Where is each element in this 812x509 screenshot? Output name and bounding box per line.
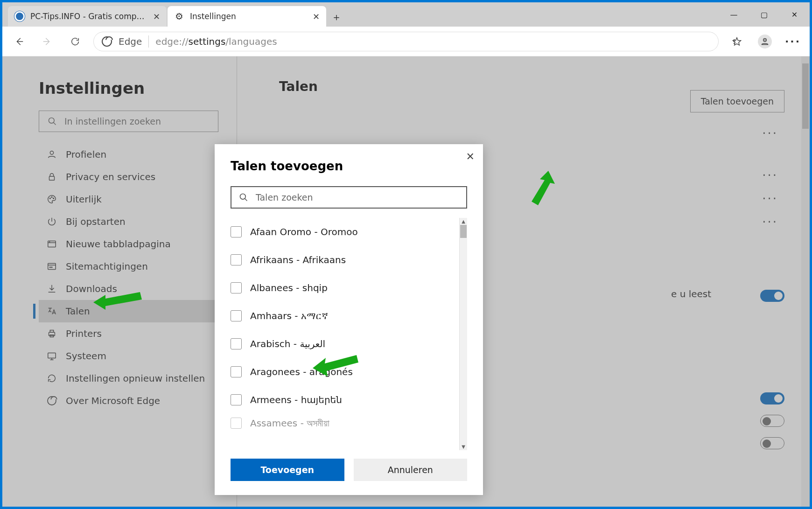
close-window-button[interactable]: ✕ [779, 2, 810, 27]
language-search-input[interactable]: Talen zoeken [231, 186, 467, 209]
scroll-thumb[interactable] [460, 225, 467, 238]
minimize-button[interactable]: — [719, 2, 749, 27]
tab-settings[interactable]: ⚙ Instellingen ✕ [168, 6, 326, 27]
add-languages-dialog: ✕ Talen toevoegen Talen zoeken ▲ ▼ Afaan… [215, 144, 483, 495]
checkbox[interactable] [231, 418, 242, 429]
tab-pctips[interactable]: PC-Tips.INFO - Gratis computer t ✕ [8, 6, 167, 27]
add-button[interactable]: Toevoegen [231, 459, 344, 481]
edge-logo-icon [102, 36, 112, 47]
language-option[interactable]: Afaan Oromo - Oromoo [231, 218, 467, 246]
checkbox[interactable] [231, 310, 242, 321]
language-option[interactable]: Afrikaans - Afrikaans [231, 246, 467, 274]
language-option[interactable]: Amhaars - አማርኛ [231, 302, 467, 330]
checkbox[interactable] [231, 394, 242, 405]
new-tab-button[interactable]: ＋ [327, 8, 346, 27]
address-url: edge://settings/languages [155, 36, 704, 47]
tab-title: PC-Tips.INFO - Gratis computer t [30, 12, 147, 21]
profile-avatar[interactable] [755, 31, 775, 52]
gear-icon: ⚙ [174, 11, 184, 21]
checkbox[interactable] [231, 282, 242, 293]
favicon-pctips [14, 11, 25, 21]
toolbar: Edge edge://settings/languages ··· [2, 27, 810, 56]
settings-content: Instellingen In instellingen zoeken Prof… [2, 56, 810, 507]
language-option[interactable]: Armeens - հայերեն [231, 386, 467, 414]
close-dialog-button[interactable]: ✕ [466, 151, 475, 162]
svg-point-15 [240, 194, 246, 200]
scroll-up-arrow[interactable]: ▲ [460, 218, 467, 225]
maximize-button[interactable]: ▢ [749, 2, 779, 27]
collections-button[interactable] [727, 31, 747, 52]
address-brand: Edge [119, 36, 142, 47]
language-list: ▲ ▼ Afaan Oromo - Oromoo Afrikaans - Afr… [231, 218, 467, 450]
tab-title: Instellingen [190, 12, 307, 21]
cancel-button[interactable]: Annuleren [354, 459, 468, 481]
close-icon[interactable]: ✕ [313, 12, 320, 21]
checkbox[interactable] [231, 226, 242, 237]
edge-window: PC-Tips.INFO - Gratis computer t ✕ ⚙ Ins… [2, 2, 810, 507]
refresh-button[interactable] [65, 31, 85, 52]
close-icon[interactable]: ✕ [153, 12, 160, 21]
language-option[interactable]: Aragonees - aragonés [231, 358, 467, 386]
dialog-buttons: Toevoegen Annuleren [231, 459, 467, 481]
svg-point-0 [763, 38, 767, 42]
address-bar[interactable]: Edge edge://settings/languages [93, 31, 719, 52]
more-menu-button[interactable]: ··· [783, 31, 803, 52]
separator [148, 35, 149, 48]
language-option[interactable]: Arabisch - العربية [231, 330, 467, 358]
checkbox[interactable] [231, 254, 242, 265]
search-placeholder: Talen zoeken [256, 192, 313, 202]
checkbox[interactable] [231, 338, 242, 349]
dialog-title: Talen toevoegen [231, 159, 467, 173]
scroll-down-arrow[interactable]: ▼ [460, 443, 467, 450]
back-button[interactable] [9, 31, 29, 52]
language-option[interactable]: Assamees - অসমীয়া [231, 414, 467, 432]
forward-button[interactable] [37, 31, 57, 52]
language-option[interactable]: Albanees - shqip [231, 274, 467, 302]
tab-strip: PC-Tips.INFO - Gratis computer t ✕ ⚙ Ins… [2, 2, 810, 27]
checkbox[interactable] [231, 366, 242, 377]
window-controls: — ▢ ✕ [719, 2, 810, 27]
